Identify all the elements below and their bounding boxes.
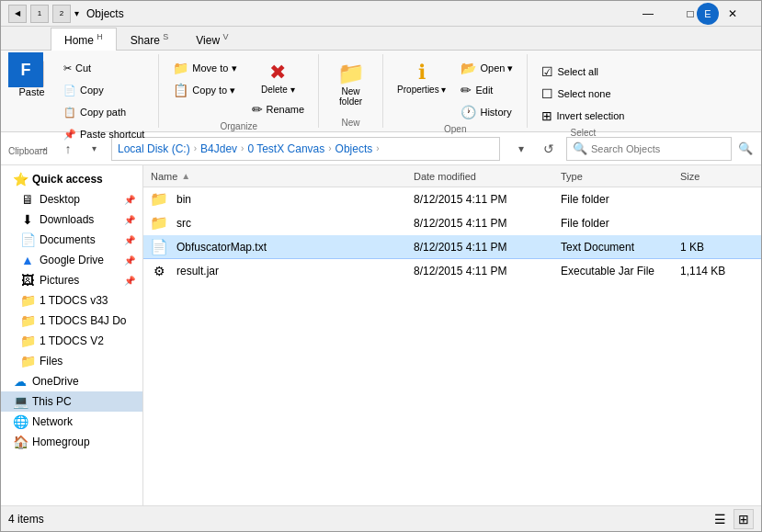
history-button[interactable]: 🕐 History: [454, 102, 519, 122]
breadcrumb-item-b4jdev[interactable]: B4Jdev: [200, 142, 237, 155]
table-row[interactable]: ⚙ result.jar 8/12/2015 4:11 PM Executabl…: [143, 259, 761, 283]
path-dropdown-button[interactable]: ▾: [509, 137, 533, 161]
onedrive-icon: ☁: [12, 374, 28, 389]
col-name-label: Name: [151, 171, 177, 182]
table-row[interactable]: 📁 src 8/12/2015 4:11 PM File folder: [143, 211, 761, 235]
col-name-header[interactable]: Name ▲: [151, 171, 414, 182]
text-file-icon: 📄: [151, 239, 167, 255]
sidebar-item-network[interactable]: 🌐 Network: [1, 412, 142, 432]
sidebar-item-tdocs-v33[interactable]: 📁 1 TDOCS v33: [1, 290, 142, 311]
tab-view[interactable]: View V: [182, 28, 242, 51]
copy-path-button[interactable]: 📋 Copy path: [57, 102, 151, 122]
this-pc-icon: 💻: [12, 394, 28, 409]
tab-share[interactable]: Share S: [117, 28, 182, 51]
select-all-label: Select all: [557, 66, 598, 77]
pictures-icon: 🖼: [19, 273, 36, 288]
window: ◀ 1 2 ▾ Objects — □ ✕ E F Home H Share S: [0, 0, 762, 532]
sidebar-label-documents: Documents: [40, 233, 96, 246]
num-icon[interactable]: 2: [52, 5, 71, 23]
file-size-result: 1,114 KB: [680, 265, 754, 277]
invert-label: Invert selection: [556, 110, 624, 121]
file-date-src: 8/12/2015 4:11 PM: [414, 217, 561, 230]
breadcrumb-item-testx[interactable]: 0 TestX Canvas: [247, 142, 324, 155]
details-view-button[interactable]: ☰: [710, 509, 730, 529]
edit-button[interactable]: ✏ Edit: [454, 80, 519, 100]
homegroup-icon: 🏠: [12, 435, 28, 449]
large-icons-view-button[interactable]: ⊞: [734, 509, 754, 529]
sidebar-label-onedrive: OneDrive: [32, 375, 79, 388]
file-date-bin: 8/12/2015 4:11 PM: [414, 193, 561, 206]
sidebar-label-quick-access: Quick access: [32, 173, 103, 186]
main-area: ⭐ Quick access 🖥 Desktop 📌 ⬇ Downloads 📌…: [1, 165, 761, 505]
sidebar-label-downloads: Downloads: [40, 213, 94, 226]
col-size-header[interactable]: Size: [680, 171, 754, 182]
edit-label: Edit: [475, 85, 493, 96]
search-button[interactable]: 🔍: [734, 137, 757, 161]
fwd-icon[interactable]: 1: [30, 5, 49, 23]
file-size-obfuscator: 1 KB: [680, 241, 754, 254]
history-icon: 🕐: [461, 105, 476, 119]
invert-selection-button[interactable]: ⊞ Invert selection: [535, 106, 631, 126]
copy-to-label: Copy to ▾: [192, 85, 235, 96]
file-type-bin: File folder: [561, 193, 680, 206]
search-input[interactable]: [591, 143, 725, 154]
table-row[interactable]: 📄 ObfuscatorMap.txt 8/12/2015 4:11 PM Te…: [143, 235, 761, 259]
breadcrumb: Local Disk (C:) › B4Jdev › 0 TestX Canva…: [111, 137, 500, 161]
new-folder-button[interactable]: 📁 Newfolder: [331, 58, 371, 109]
sidebar-item-tdocs-v2[interactable]: 📁 1 TDOCS V2: [1, 331, 142, 351]
sidebar-item-desktop[interactable]: 🖥 Desktop 📌: [1, 189, 142, 209]
title-bar-icons: ◀ 1 2 ▾: [8, 5, 79, 23]
search-box[interactable]: 🔍: [566, 137, 732, 161]
cut-button[interactable]: ✂ Cut: [57, 58, 151, 78]
open-label: Open ▾: [480, 62, 513, 74]
open-button[interactable]: 📂 Open ▾: [454, 58, 519, 78]
sidebar-label-network: Network: [32, 415, 73, 428]
col-type-header[interactable]: Type: [561, 171, 680, 182]
copy-path-icon: 📋: [63, 107, 76, 119]
downloads-pin-icon: 📌: [124, 215, 135, 225]
sidebar-item-homegroup[interactable]: 🏠 Homegroup: [1, 432, 142, 452]
sidebar-item-google-drive[interactable]: ▲ Google Drive 📌: [1, 250, 142, 270]
back-icon[interactable]: ◀: [8, 5, 27, 23]
sidebar-item-pictures[interactable]: 🖼 Pictures 📌: [1, 270, 142, 290]
sidebar-item-downloads[interactable]: ⬇ Downloads 📌: [1, 209, 142, 230]
select-none-button[interactable]: ☐ Select none: [535, 84, 631, 104]
copy-to-button[interactable]: 📋 Copy to ▾: [166, 80, 243, 100]
delete-icon: ✖: [269, 61, 286, 85]
table-row[interactable]: 📁 bin 8/12/2015 4:11 PM File folder: [143, 187, 761, 211]
user-avatar[interactable]: E: [697, 3, 719, 25]
refresh-button[interactable]: ↺: [537, 137, 561, 161]
sidebar-item-tdocs-b4j[interactable]: 📁 1 TDOCS B4J Do: [1, 311, 142, 331]
sidebar-item-quick-access[interactable]: ⭐ Quick access: [1, 169, 142, 189]
move-to-icon: 📁: [173, 61, 188, 75]
tab-home[interactable]: Home H: [51, 28, 117, 51]
select-all-button[interactable]: ☑ Select all: [535, 62, 631, 82]
properties-icon: ℹ: [418, 61, 426, 85]
sidebar-item-this-pc[interactable]: 💻 This PC: [1, 391, 142, 412]
rename-button[interactable]: ✏ Rename: [245, 99, 312, 119]
desktop-pin-icon: 📌: [124, 195, 135, 205]
copy-button[interactable]: 📄 Copy: [57, 80, 151, 100]
delete-button[interactable]: ✖ Delete ▾: [245, 58, 312, 97]
sidebar-item-documents[interactable]: 📄 Documents 📌: [1, 230, 142, 250]
paste-shortcut-button[interactable]: 📌 Paste shortcut: [57, 124, 151, 144]
quick-access-arrow[interactable]: ▾: [74, 8, 79, 18]
paste-label: Paste: [18, 86, 44, 97]
sidebar-item-onedrive[interactable]: ☁ OneDrive: [1, 371, 142, 391]
file-type-src: File folder: [561, 217, 680, 230]
sidebar-label-files: Files: [40, 355, 63, 368]
ribbon-content: 📋 Paste ✂ Cut 📄 Copy 📋: [1, 51, 761, 131]
f-button[interactable]: F: [8, 52, 43, 87]
paste-shortcut-label: Paste shortcut: [80, 129, 144, 140]
history-label: History: [480, 107, 511, 118]
organize-label: Organize: [220, 119, 257, 131]
minimize-button[interactable]: —: [627, 1, 669, 27]
file-header: Name ▲ Date modified Type Size: [143, 165, 761, 187]
new-folder-label: Newfolder: [339, 86, 362, 107]
sidebar-label-pictures: Pictures: [40, 274, 79, 287]
move-to-button[interactable]: 📁 Move to ▾: [166, 58, 243, 78]
properties-button[interactable]: ℹ Properties ▾: [391, 58, 452, 97]
sidebar-item-files[interactable]: 📁 Files: [1, 351, 142, 371]
breadcrumb-item-objects[interactable]: Objects: [336, 142, 373, 155]
col-date-header[interactable]: Date modified: [414, 171, 561, 182]
